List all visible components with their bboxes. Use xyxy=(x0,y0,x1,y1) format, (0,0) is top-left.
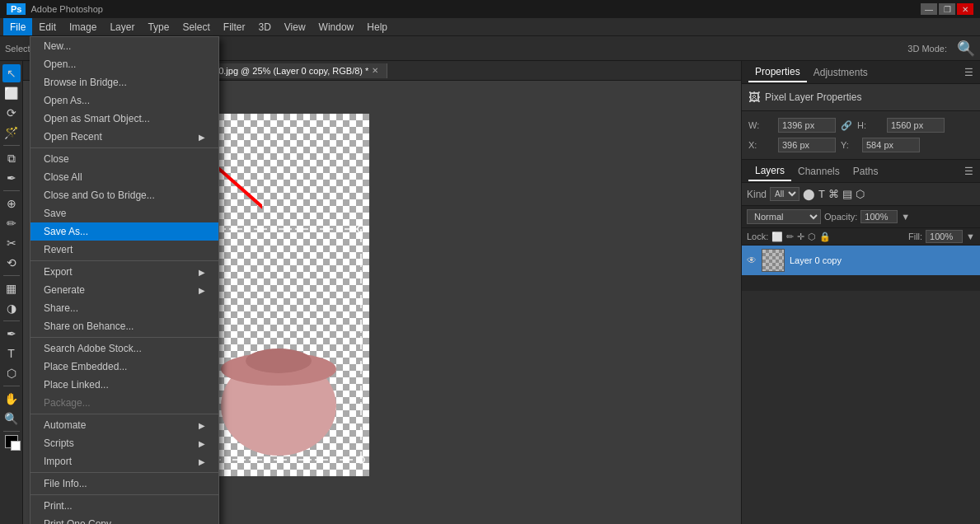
tool-lasso[interactable]: ⟳ xyxy=(2,104,21,122)
menu-close-go-bridge[interactable]: Close and Go to Bridge... xyxy=(30,186,218,204)
layers-tab[interactable]: Layers xyxy=(748,161,791,181)
menu-filter[interactable]: Filter xyxy=(217,18,252,35)
menu-image[interactable]: Image xyxy=(63,18,103,35)
opacity-input[interactable] xyxy=(860,210,898,223)
filter-icon-4[interactable]: ▤ xyxy=(842,188,852,200)
w-input[interactable] xyxy=(778,118,836,133)
menu-save[interactable]: Save xyxy=(30,204,218,222)
menu-search-stock[interactable]: Search Adobe Stock... xyxy=(30,339,218,358)
menu-file[interactable]: File xyxy=(3,18,32,35)
lock-pixels-icon[interactable]: ✏ xyxy=(786,232,794,242)
menu-close[interactable]: Close xyxy=(30,150,218,168)
open-recent-arrow: ▶ xyxy=(199,133,205,142)
layers-menu-icon[interactable]: ☰ xyxy=(964,166,973,177)
menu-help[interactable]: Help xyxy=(360,18,394,35)
tool-dodge[interactable]: ◑ xyxy=(2,299,21,317)
search-icon[interactable]: 🔍 xyxy=(957,40,975,58)
pixel-layer-header: 🖼 Pixel Layer Properties xyxy=(742,84,980,111)
restore-button[interactable]: ❐ xyxy=(939,3,955,15)
menu-open[interactable]: Open... xyxy=(30,55,218,73)
paths-tab[interactable]: Paths xyxy=(846,162,885,180)
filter-icon-3[interactable]: ⌘ xyxy=(828,188,839,200)
close-button[interactable]: ✕ xyxy=(957,3,973,15)
menu-new[interactable]: New... xyxy=(30,37,218,55)
menu-share[interactable]: Share... xyxy=(30,299,218,317)
fill-arrow[interactable]: ▼ xyxy=(966,232,975,241)
menu-browse-bridge[interactable]: Browse in Bridge... xyxy=(30,73,218,91)
menu-layer[interactable]: Layer xyxy=(103,18,141,35)
tool-sep-3 xyxy=(3,275,20,276)
menu-export[interactable]: Export ▶ xyxy=(30,263,218,281)
blend-mode-select[interactable]: Normal Multiply Screen xyxy=(747,209,821,224)
background-color[interactable] xyxy=(11,441,21,451)
menu-view[interactable]: View xyxy=(278,18,312,35)
tool-magic-wand[interactable]: 🪄 xyxy=(2,124,21,142)
menu-open-smart-object[interactable]: Open as Smart Object... xyxy=(30,110,218,128)
menu-generate[interactable]: Generate ▶ xyxy=(30,281,218,299)
tool-hand[interactable]: ✋ xyxy=(2,390,21,408)
dd-sep-2 xyxy=(30,260,218,261)
lock-artboard-icon[interactable]: ⬡ xyxy=(808,232,816,242)
menu-scripts[interactable]: Scripts ▶ xyxy=(30,434,218,452)
properties-menu-icon[interactable]: ☰ xyxy=(964,67,973,78)
tool-select-rect[interactable]: ⬜ xyxy=(2,84,21,102)
toolbar-select-label: Select xyxy=(5,44,30,54)
menu-type[interactable]: Type xyxy=(141,18,176,35)
menu-print-one-copy[interactable]: Print One Copy xyxy=(30,515,218,524)
generate-arrow: ▶ xyxy=(199,286,205,295)
y-input[interactable] xyxy=(862,138,920,152)
lock-all-icon[interactable]: 🔒 xyxy=(819,232,831,242)
link-icon[interactable]: 🔗 xyxy=(841,120,852,131)
menu-open-recent[interactable]: Open Recent ▶ xyxy=(30,128,218,146)
tool-crop[interactable]: ⧉ xyxy=(2,149,21,167)
menu-3d[interactable]: 3D xyxy=(251,18,277,35)
x-input[interactable] xyxy=(778,138,836,152)
menu-select[interactable]: Select xyxy=(176,18,216,35)
menu-automate[interactable]: Automate ▶ xyxy=(30,416,218,434)
tab-properties[interactable]: Properties xyxy=(748,63,807,82)
menu-place-embedded[interactable]: Place Embedded... xyxy=(30,358,218,376)
h-input[interactable] xyxy=(887,118,945,133)
menu-place-linked[interactable]: Place Linked... xyxy=(30,376,218,394)
opacity-arrow[interactable]: ▼ xyxy=(901,212,910,222)
menu-open-as[interactable]: Open As... xyxy=(30,91,218,110)
filter-icon-5[interactable]: ⬡ xyxy=(856,188,865,200)
tool-shape[interactable]: ⬡ xyxy=(2,364,21,382)
dd-sep-5 xyxy=(30,472,218,473)
menu-share-behance[interactable]: Share on Behance... xyxy=(30,317,218,335)
menu-file-info[interactable]: File Info... xyxy=(30,475,218,493)
tool-gradient[interactable]: ▦ xyxy=(2,279,21,297)
minimize-button[interactable]: — xyxy=(921,3,937,15)
tool-brush[interactable]: ✏ xyxy=(2,214,21,232)
tool-move[interactable]: ↖ xyxy=(2,64,21,82)
menu-revert[interactable]: Revert xyxy=(30,241,218,259)
kind-select[interactable]: All xyxy=(770,187,799,201)
menu-save-as[interactable]: Save As... xyxy=(30,222,218,241)
tool-pen[interactable]: ✒ xyxy=(2,325,21,343)
tool-heal[interactable]: ⊕ xyxy=(2,194,21,213)
tool-text[interactable]: T xyxy=(2,344,21,363)
tool-zoom[interactable]: 🔍 xyxy=(2,409,21,428)
menu-import[interactable]: Import ▶ xyxy=(30,452,218,470)
foreground-color[interactable] xyxy=(5,435,18,448)
menu-edit[interactable]: Edit xyxy=(32,18,63,35)
lock-transparent-icon[interactable]: ⬜ xyxy=(771,232,783,242)
fill-input[interactable] xyxy=(926,230,963,243)
tab2-close[interactable]: ✕ xyxy=(372,66,378,75)
filter-icon-2[interactable]: T xyxy=(818,188,825,200)
layer-visibility-toggle[interactable]: 👁 xyxy=(747,255,757,266)
layer-thumbnail xyxy=(762,249,785,272)
tool-eyedropper[interactable]: ✒ xyxy=(2,169,21,187)
wh-row: W: 🔗 H: xyxy=(748,118,973,133)
lock-label: Lock: xyxy=(747,232,768,241)
tool-history[interactable]: ⟲ xyxy=(2,254,21,272)
menu-window[interactable]: Window xyxy=(312,18,361,35)
layer-item[interactable]: 👁 Layer 0 copy xyxy=(742,246,980,275)
menu-close-all[interactable]: Close All xyxy=(30,168,218,186)
filter-icon-1[interactable]: ⬤ xyxy=(803,188,815,200)
tab-adjustments[interactable]: Adjustments xyxy=(807,63,874,82)
channels-tab[interactable]: Channels xyxy=(791,162,846,180)
tool-clone[interactable]: ✂ xyxy=(2,234,21,252)
menu-print[interactable]: Print... xyxy=(30,497,218,515)
lock-position-icon[interactable]: ✛ xyxy=(797,232,804,242)
